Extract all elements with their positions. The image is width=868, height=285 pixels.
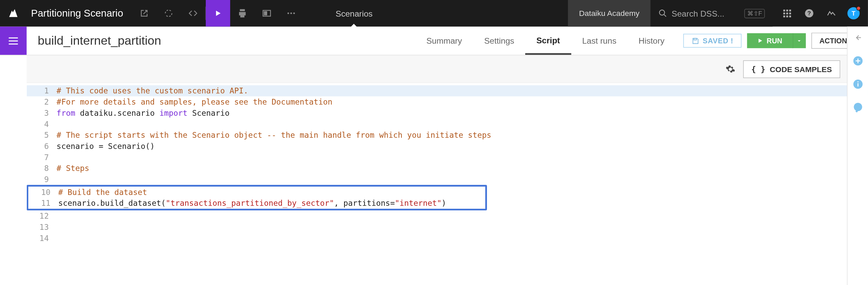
svg-point-25 xyxy=(853,103,862,111)
line-number: 3 xyxy=(27,107,54,118)
code-line[interactable]: 5# The script starts with the Scenario o… xyxy=(27,130,868,141)
code-line[interactable]: 14 xyxy=(27,233,868,244)
code-content: #For more details and samples, please se… xyxy=(53,96,332,108)
refresh-icon[interactable] xyxy=(156,0,181,27)
code-line[interactable]: 13 xyxy=(27,221,868,233)
code-content xyxy=(53,233,61,244)
panel-icon[interactable] xyxy=(255,0,279,27)
svg-text:?: ? xyxy=(807,10,811,17)
code-content xyxy=(53,211,61,222)
svg-rect-20 xyxy=(694,38,696,40)
svg-point-5 xyxy=(659,10,665,15)
line-number: 12 xyxy=(27,211,54,222)
apps-grid-icon[interactable] xyxy=(777,0,797,27)
svg-rect-24 xyxy=(857,81,858,82)
activity-icon[interactable] xyxy=(821,0,841,27)
code-icon[interactable] xyxy=(181,0,205,27)
svg-rect-9 xyxy=(783,13,785,14)
line-number: 8 xyxy=(27,163,54,174)
editor-toolbar: { } CODE SAMPLES xyxy=(27,56,868,83)
run-button[interactable]: RUN xyxy=(747,33,792,48)
code-line[interactable]: 10# Build the dataset xyxy=(28,187,485,198)
svg-rect-14 xyxy=(789,16,791,17)
line-number: 13 xyxy=(27,221,54,233)
code-content: # This code uses the custom scenario API… xyxy=(53,85,248,96)
scenario-title: build_internet_partition xyxy=(27,27,161,55)
collapse-arrow-icon[interactable] xyxy=(851,31,864,44)
svg-rect-8 xyxy=(789,9,791,11)
info-circle-icon[interactable] xyxy=(851,78,864,91)
code-content: # Steps xyxy=(53,163,89,174)
svg-rect-6 xyxy=(783,9,785,11)
tab-settings[interactable]: Settings xyxy=(473,27,525,55)
svg-point-3 xyxy=(290,13,292,14)
code-samples-button[interactable]: { } CODE SAMPLES xyxy=(743,60,840,78)
code-line[interactable]: 12 xyxy=(27,211,868,222)
search-placeholder: Search DSS... xyxy=(672,8,724,18)
tab-script[interactable]: Script xyxy=(525,27,571,55)
svg-rect-18 xyxy=(9,40,18,41)
svg-rect-19 xyxy=(9,43,18,44)
top-bar: Partitioning Scenario Scenarios Dataiku … xyxy=(0,0,868,27)
code-line[interactable]: 9 xyxy=(27,174,868,185)
code-line[interactable]: 1# This code uses the custom scenario AP… xyxy=(27,85,868,96)
sub-bar: build_internet_partition Summary Setting… xyxy=(0,27,868,56)
project-name[interactable]: Partitioning Scenario xyxy=(27,7,132,19)
line-number: 6 xyxy=(27,140,54,152)
svg-rect-12 xyxy=(783,16,785,17)
notification-dot xyxy=(856,6,861,10)
line-number: 11 xyxy=(28,198,55,209)
gear-icon[interactable] xyxy=(725,64,735,74)
user-avatar[interactable]: T xyxy=(844,0,864,27)
print-icon[interactable] xyxy=(230,0,255,27)
breadcrumb-scenarios[interactable]: Scenarios xyxy=(326,0,382,27)
svg-rect-1 xyxy=(264,12,267,15)
line-number: 10 xyxy=(28,187,55,198)
line-number: 7 xyxy=(27,152,54,163)
help-icon[interactable]: ? xyxy=(799,0,819,27)
svg-rect-17 xyxy=(9,37,18,38)
tab-last-runs[interactable]: Last runs xyxy=(571,27,627,55)
svg-rect-10 xyxy=(786,13,788,14)
highlighted-code-block: 10# Build the dataset11scenario.build_da… xyxy=(27,185,487,210)
code-line[interactable]: 2#For more details and samples, please s… xyxy=(27,96,868,108)
run-dropdown[interactable] xyxy=(792,33,806,48)
search-input[interactable]: Search DSS... ⌘⇧F xyxy=(651,0,773,27)
svg-rect-23 xyxy=(857,83,858,87)
svg-rect-13 xyxy=(786,16,788,17)
code-content: from dataiku.scenario import Scenario xyxy=(53,107,230,118)
svg-rect-7 xyxy=(786,9,788,11)
run-icon[interactable] xyxy=(206,0,230,27)
code-line[interactable]: 3from dataiku.scenario import Scenario xyxy=(27,107,868,118)
line-number: 14 xyxy=(27,233,54,244)
code-line[interactable]: 11scenario.build_dataset("transactions_p… xyxy=(28,198,485,209)
code-content: # Build the dataset xyxy=(55,187,147,198)
product-logo[interactable] xyxy=(0,0,27,27)
code-content xyxy=(53,152,61,163)
saved-indicator: SAVED ! xyxy=(683,34,742,48)
line-number: 1 xyxy=(27,85,54,96)
line-number: 9 xyxy=(27,174,54,185)
braces-icon: { } xyxy=(751,65,765,73)
code-content: # The script starts with the Scenario ob… xyxy=(53,130,491,141)
tab-summary[interactable]: Summary xyxy=(415,27,473,55)
code-line[interactable]: 6scenario = Scenario() xyxy=(27,140,868,152)
code-content xyxy=(53,118,61,130)
search-shortcut: ⌘⇧F xyxy=(745,8,765,18)
share-icon[interactable] xyxy=(132,0,156,27)
add-circle-icon[interactable] xyxy=(851,54,864,67)
code-line[interactable]: 4 xyxy=(27,118,868,130)
right-rail xyxy=(847,27,868,285)
code-editor[interactable]: 1# This code uses the custom scenario AP… xyxy=(27,83,868,243)
code-content: scenario = Scenario() xyxy=(53,140,155,152)
list-icon[interactable] xyxy=(0,27,27,55)
line-number: 4 xyxy=(27,118,54,130)
code-line[interactable]: 7 xyxy=(27,152,868,163)
more-icon[interactable] xyxy=(279,0,303,27)
svg-rect-11 xyxy=(789,13,791,14)
line-number: 2 xyxy=(27,96,54,108)
tab-history[interactable]: History xyxy=(628,27,676,55)
academy-badge[interactable]: Dataiku Academy xyxy=(568,0,651,27)
comment-circle-icon[interactable] xyxy=(851,101,864,114)
code-line[interactable]: 8# Steps xyxy=(27,163,868,174)
